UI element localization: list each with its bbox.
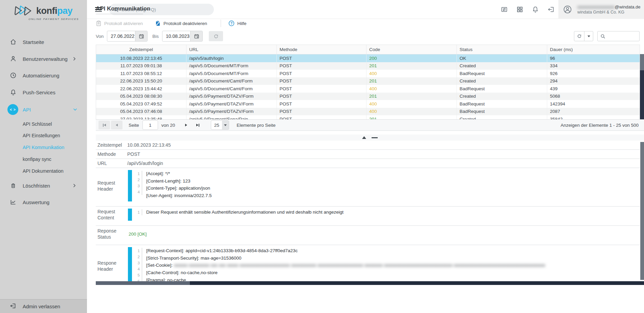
col-methode[interactable]: Methode bbox=[277, 45, 367, 54]
per-page-label: Elemente pro Seite bbox=[237, 123, 275, 128]
cell-status: Created bbox=[457, 77, 547, 85]
svg-text:?: ? bbox=[230, 22, 232, 25]
date-to-field[interactable] bbox=[162, 31, 203, 42]
apps-grid-icon[interactable] bbox=[516, 6, 524, 13]
cell-methode: POST bbox=[277, 54, 367, 62]
cell-code: 400 bbox=[367, 70, 457, 77]
calendar-icon[interactable] bbox=[135, 31, 147, 42]
table-row[interactable]: 05.04.2023 07:46:08/api/v5.0/Payment/DTA… bbox=[96, 108, 640, 116]
table-row[interactable]: 22.06.2023 15:50:20/api/v5.0/Document/Ca… bbox=[96, 77, 640, 85]
sidebar-item-benutzerverwaltung[interactable]: Benutzerverwaltung bbox=[0, 52, 87, 66]
date-from-field[interactable] bbox=[107, 31, 148, 42]
table-scrollbar-thumb[interactable] bbox=[640, 54, 644, 70]
table-search[interactable] bbox=[597, 31, 640, 41]
col-status[interactable]: Status bbox=[457, 45, 547, 54]
hilfe-button[interactable]: ? Hilfe bbox=[228, 20, 246, 26]
collapse-up-icon[interactable] bbox=[362, 136, 366, 139]
next-page-button[interactable] bbox=[180, 121, 192, 129]
sidebar-item-push-services[interactable]: Push-Services bbox=[0, 86, 87, 99]
table-row[interactable]: 05.04.2023 08:08:30/api/v5.0/Payment/DTA… bbox=[96, 93, 640, 100]
sidebar-item-api-dokumentation[interactable]: API Dokumentation bbox=[0, 166, 87, 176]
page-number-input[interactable] bbox=[142, 120, 158, 130]
sidebar-item-api-schluessel[interactable]: API Schlüssel bbox=[0, 119, 87, 129]
chevron-right-icon bbox=[73, 57, 76, 61]
refresh-split-button[interactable] bbox=[574, 31, 593, 41]
col-code[interactable]: Code bbox=[367, 45, 457, 54]
sidebar-item-admin-verlassen[interactable]: Admin verlassen bbox=[0, 299, 87, 313]
filter-refresh-button[interactable] bbox=[209, 31, 223, 41]
topbar: xxxxxxxxxxxxxxxxx@windata.de windata Gmb… bbox=[87, 0, 644, 19]
sidebar-item-auswertung[interactable]: Auswertung bbox=[0, 195, 87, 209]
col-zeitstempel[interactable]: Zeitstempel bbox=[96, 45, 186, 54]
code-lines: [Request-Context]: appId=cid-v1:24b1333b… bbox=[142, 247, 545, 281]
cell-url: /api/v5.0/Document/Camt/Form bbox=[186, 85, 277, 93]
request-content-section: Request Content 1 Dieser Request enthält… bbox=[96, 207, 640, 226]
last-page-button[interactable] bbox=[192, 121, 203, 129]
api-log-table: Zeitstempel URL Methode Code Status Daue… bbox=[96, 45, 640, 120]
cell-dauer: 926 bbox=[547, 70, 640, 77]
sidebar-item-automatisierung[interactable]: Automatisierung bbox=[0, 69, 87, 82]
splitter-handle-icon[interactable] bbox=[372, 137, 378, 138]
cell-status: BadRequest bbox=[457, 100, 547, 108]
section-accent-bar bbox=[128, 247, 132, 281]
refresh-icon[interactable] bbox=[574, 31, 584, 41]
table-row[interactable]: 22.06.2023 15:44:42/api/v5.0/Document/Ca… bbox=[96, 85, 640, 93]
detail-row-zeitstempel: Zeitstempel 10.08.2023 22:13:45 bbox=[96, 141, 640, 150]
window-switch-icon[interactable] bbox=[501, 6, 508, 13]
table-row[interactable]: 10.08.2023 22:13:45/api/v5/auth/loginPOS… bbox=[96, 54, 640, 62]
first-page-button[interactable] bbox=[98, 121, 110, 129]
detail-scrollbar[interactable] bbox=[640, 141, 644, 281]
main-area: xxxxxxxxxxxxxxxxx@windata.de windata Gmb… bbox=[87, 0, 644, 313]
cell-url: /api/v5.0/Document/MT/Form bbox=[186, 62, 277, 70]
horizontal-scrollbar-thumb[interactable] bbox=[96, 281, 190, 285]
cell-code: 400 bbox=[367, 100, 457, 108]
cell-url: /api/v5/auth/login bbox=[186, 54, 277, 62]
sidebar-item-loeschfristen[interactable]: Löschfristen bbox=[0, 179, 87, 192]
table-scrollbar[interactable] bbox=[640, 54, 644, 119]
line-numbers: 123456 bbox=[132, 248, 142, 281]
cell-url: /api/v5.0/Document/Camt/Form bbox=[186, 77, 277, 85]
horizontal-scrollbar[interactable] bbox=[96, 281, 644, 285]
col-dauer[interactable]: Dauer (ms) bbox=[547, 45, 640, 54]
request-details: Zeitstempel 10.08.2023 22:13:45 Methode … bbox=[96, 141, 640, 281]
page-size-select[interactable]: 25 bbox=[211, 120, 229, 130]
notifications-icon[interactable] bbox=[532, 6, 539, 13]
sidebar-item-konfipay-sync[interactable]: konfipay sync bbox=[0, 154, 87, 164]
sidebar-item-startseite[interactable]: Startseite bbox=[0, 35, 87, 49]
cell-status: BadRequest bbox=[457, 85, 547, 93]
cell-status: BadRequest bbox=[457, 70, 547, 77]
sidebar-item-api-einstellungen[interactable]: API Einstellungen bbox=[0, 131, 87, 140]
table-row[interactable]: 11.07.2023 08:55:12/api/v5.0/Document/MT… bbox=[96, 70, 640, 77]
logout-icon[interactable] bbox=[547, 6, 555, 13]
toolbar-separator bbox=[221, 20, 221, 27]
api-log-table-body: 10.08.2023 22:13:45/api/v5/auth/loginPOS… bbox=[96, 54, 640, 120]
response-header-section: Respone Header 123456 [Request-Context]:… bbox=[96, 245, 640, 281]
sidebar-item-api-kommunikation[interactable]: API Kommunikation bbox=[0, 143, 87, 152]
calendar-icon[interactable] bbox=[190, 31, 202, 42]
protokoll-aktivieren-button[interactable]: Protokoll aktivieren bbox=[96, 20, 143, 26]
date-from-input[interactable] bbox=[107, 33, 135, 39]
protokoll-deaktivieren-button[interactable]: Protokoll deaktivieren bbox=[155, 20, 207, 26]
date-to-input[interactable] bbox=[162, 33, 190, 39]
cell-url: /api/v5.0/Payment/DTAZV/Form bbox=[186, 100, 277, 108]
detail-splitter[interactable] bbox=[96, 135, 644, 141]
cell-code: 200 bbox=[367, 54, 457, 62]
exit-icon bbox=[9, 303, 17, 310]
api-code-icon: < > bbox=[7, 104, 18, 115]
cell-zeitstempel: 22.06.2023 15:50:20 bbox=[96, 77, 186, 85]
app-window: konfipay ONLINE PAYMENT SERVICES Startse… bbox=[0, 0, 644, 313]
prev-page-button[interactable] bbox=[111, 121, 123, 129]
detail-scrollbar-thumb[interactable] bbox=[640, 142, 644, 280]
cell-methode: POST bbox=[277, 93, 367, 100]
user-icon bbox=[9, 55, 17, 63]
table-row[interactable]: 05.04.2023 07:49:52/api/v5.0/Payment/DTA… bbox=[96, 100, 640, 108]
refresh-dropdown-button[interactable] bbox=[584, 31, 593, 41]
table-search-input[interactable] bbox=[607, 34, 638, 39]
cell-dauer: 439 bbox=[547, 85, 640, 93]
sidebar-item-api[interactable]: < > API bbox=[0, 103, 87, 116]
user-menu[interactable]: xxxxxxxxxxxxxxxxx@windata.de windata Gmb… bbox=[558, 0, 644, 19]
table-row[interactable]: 11.07.2023 09:01:38/api/v5.0/Document/MT… bbox=[96, 62, 640, 70]
user-company: windata GmbH & Co. KG bbox=[577, 10, 642, 15]
col-url[interactable]: URL bbox=[186, 45, 277, 54]
cell-zeitstempel: 05.04.2023 07:49:52 bbox=[96, 100, 186, 108]
